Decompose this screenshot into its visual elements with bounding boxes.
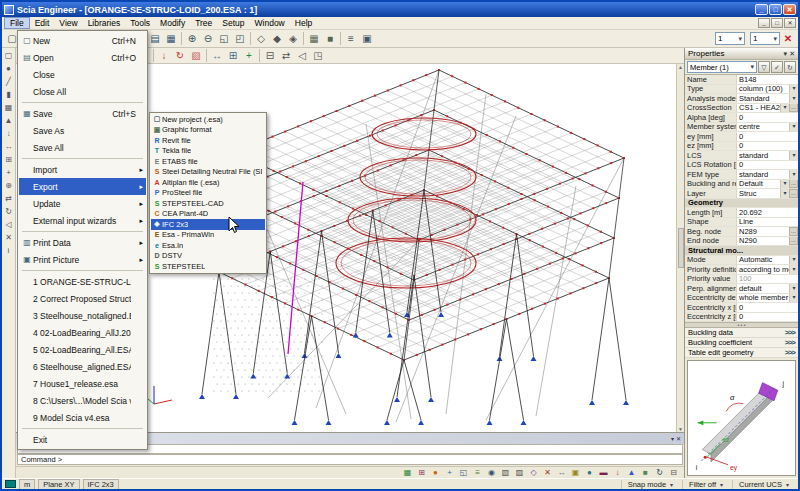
menu-libraries[interactable]: Libraries (83, 17, 126, 29)
property-value[interactable]: N290 (737, 237, 789, 246)
plane-indicator[interactable]: Plane XY (38, 479, 79, 490)
layers2-icon[interactable]: ≡ (471, 467, 484, 478)
clip-icon[interactable]: ✕ (541, 467, 554, 478)
property-value[interactable]: whole member (737, 294, 789, 303)
chevron-down-icon[interactable]: ▾ (780, 189, 789, 198)
property-value[interactable]: centre (737, 123, 789, 132)
chevron-down-icon[interactable]: ▾ (789, 85, 798, 94)
ucs-icon[interactable]: + (3, 167, 15, 179)
format-indicator[interactable]: IFC 2x3 (83, 479, 119, 490)
info-icon[interactable]: i (3, 245, 15, 257)
property-section-geometry[interactable]: Geometry (685, 199, 798, 209)
mdi-close-button[interactable]: ✕ (784, 18, 796, 28)
menu-edit[interactable]: Edit (30, 17, 55, 29)
load-icon[interactable]: ↓ (3, 128, 15, 140)
current-ucs-button[interactable]: Current UCS ▾ (732, 480, 795, 489)
export-menu-item-stepsteel-cad[interactable]: SSTEPSTEEL-CAD (151, 198, 265, 209)
scroll-down-icon[interactable]: ▼ (678, 426, 683, 432)
file-menu-item-print-data[interactable]: ▥Print Data▸ (19, 234, 146, 251)
chevron-down-icon[interactable]: ▾ (789, 151, 798, 160)
property-value[interactable]: 100 (737, 275, 798, 284)
ellipsis-button[interactable]: ... (789, 180, 798, 189)
export-menu-item-cea-plant-4d[interactable]: CCEA Plant-4D (151, 209, 265, 220)
view-axo-icon[interactable]: ◈ (285, 31, 301, 46)
chevron-down-icon[interactable]: ▾ (784, 50, 788, 58)
close-view-icon[interactable]: ✕ (780, 31, 796, 46)
render-icon[interactable]: ■ (322, 31, 338, 46)
mirror-icon[interactable]: ◁ (3, 219, 15, 231)
layer-combo[interactable]: 1 ▾ (750, 32, 780, 45)
export-menu-item-stepsteel[interactable]: SSTEPSTEEL (151, 261, 265, 272)
load-panel-icon[interactable]: ▧ (188, 48, 204, 63)
activity-combo[interactable]: 1 ▾ (715, 32, 745, 45)
menu-window[interactable]: Window (250, 17, 290, 29)
command-input[interactable]: Command > (17, 454, 683, 465)
visibility-icon[interactable]: ◉ (485, 467, 498, 478)
beam-icon[interactable]: ▮ (3, 89, 15, 101)
pan-icon[interactable]: ⇄ (3, 193, 15, 205)
chevron-down-icon[interactable]: ▾ (780, 104, 789, 113)
load-tool-icon[interactable]: ↓ (156, 48, 172, 63)
chevron-down-icon[interactable]: ▾ (789, 94, 798, 103)
property-section-structural-mo[interactable]: Structural mo... (685, 246, 798, 256)
export-menu-item-revit-file[interactable]: RRevit file (151, 135, 265, 146)
property-value[interactable]: 0 (737, 303, 798, 312)
file-menu-item-open[interactable]: ▤OpenCtrl+O (19, 49, 146, 66)
zoom-window-icon[interactable]: ◱ (216, 31, 232, 46)
file-menu-item-2-correct-proposed-structural-model-esa[interactable]: 2 Correct Proposed Structural Model.ESA (19, 290, 146, 307)
select-icon[interactable]: ▢ (3, 50, 15, 62)
support-icon[interactable]: ▲ (3, 115, 15, 127)
mesh-icon[interactable]: ⊞ (415, 467, 428, 478)
zoom-in-icon[interactable]: ⊕ (184, 31, 200, 46)
action-table-edit-geometry[interactable]: Table edit geometry>>> (685, 348, 798, 358)
node-label-icon[interactable]: ● (583, 467, 596, 478)
moment-tool-icon[interactable]: ↻ (172, 48, 188, 63)
line-icon[interactable]: ╱ (3, 76, 15, 88)
file-menu-item-1-orange-se-struc-loid-200-esa[interactable]: 1 ORANGE-SE-STRUC-LOID_200.ESA (19, 273, 146, 290)
scroll-thumb[interactable] (678, 228, 684, 268)
file-menu-item-exit[interactable]: Exit (19, 431, 146, 448)
chevron-down-icon[interactable]: ▾ (789, 123, 798, 132)
export-menu-item-steel-detailing-neutral-file-sdnf[interactable]: SSteel Detailing Neutral File (SDNF) (151, 167, 265, 178)
close-button[interactable]: ✕ (783, 4, 796, 15)
snap-mode-button[interactable]: Snap mode ▾ (621, 480, 679, 489)
property-value[interactable]: Standard (737, 94, 789, 103)
zoom-out-icon[interactable]: ⊖ (200, 31, 216, 46)
view-side-icon[interactable]: ◆ (269, 31, 285, 46)
chevron-down-icon[interactable]: ▾ (789, 294, 798, 303)
property-value[interactable]: 0 (737, 113, 798, 122)
file-menu-item-5-02-loadbearing-all-esa[interactable]: 5 02-LoadBearing_All.ESA (19, 341, 146, 358)
copy-tool-icon[interactable]: ⊟ (262, 48, 278, 63)
export-menu-item-dstv[interactable]: DDSTV (151, 251, 265, 262)
refresh-icon[interactable]: ↻ (784, 61, 796, 73)
mdi-restore-button[interactable]: □ (771, 18, 783, 28)
file-menu-item-import[interactable]: Import▸ (19, 161, 146, 178)
menu-file[interactable]: File (4, 17, 30, 29)
ellipsis-button[interactable]: ... (789, 104, 798, 113)
viewport-scrollbar[interactable]: ▲ ▼ (676, 64, 684, 432)
grid-icon[interactable]: ⊞ (3, 154, 15, 166)
property-value[interactable]: 20.692 (737, 208, 798, 217)
activity-icon[interactable]: ▣ (359, 31, 375, 46)
close-icon[interactable]: ✕ (676, 435, 681, 442)
file-menu-item-close-all[interactable]: Close All (19, 83, 146, 100)
property-object-selector[interactable]: Member (1) ▾ (687, 61, 757, 73)
file-menu-item-9-model-scia-v4-esa[interactable]: 9 Model Scia v4.esa (19, 409, 146, 426)
render-mode-icon[interactable]: ■ (639, 467, 652, 478)
axis-icon[interactable]: + (443, 467, 456, 478)
label-icon[interactable]: ▣ (569, 467, 582, 478)
chevron-down-icon[interactable]: ▾ (789, 284, 798, 293)
property-value[interactable]: B148 (737, 75, 798, 84)
file-menu-item-3-steelhouse-notaligned-esa[interactable]: 3 Steelhouse_notaligned.ESA (19, 307, 146, 324)
export-menu-item-esa-primawin[interactable]: EEsa - PrimaWin (151, 230, 265, 241)
ellipsis-button[interactable]: ... (789, 237, 798, 246)
ellipsis-button[interactable]: ... (789, 189, 798, 198)
maximize-button[interactable]: □ (769, 4, 782, 15)
slab-icon[interactable]: ▦ (3, 102, 15, 114)
minimize-button[interactable]: _ (755, 4, 768, 15)
refresh-view-icon[interactable]: ↻ (653, 467, 666, 478)
property-value[interactable]: 0 (737, 161, 798, 170)
file-menu-item-4-02-loadbearing-allj-2042011-esa[interactable]: 4 02-LoadBearing_AllJ.2042011.ESA (19, 324, 146, 341)
export-menu-item-esa-in[interactable]: eEsa.In (151, 240, 265, 251)
chevron-down-icon[interactable]: ▾ (789, 256, 798, 265)
